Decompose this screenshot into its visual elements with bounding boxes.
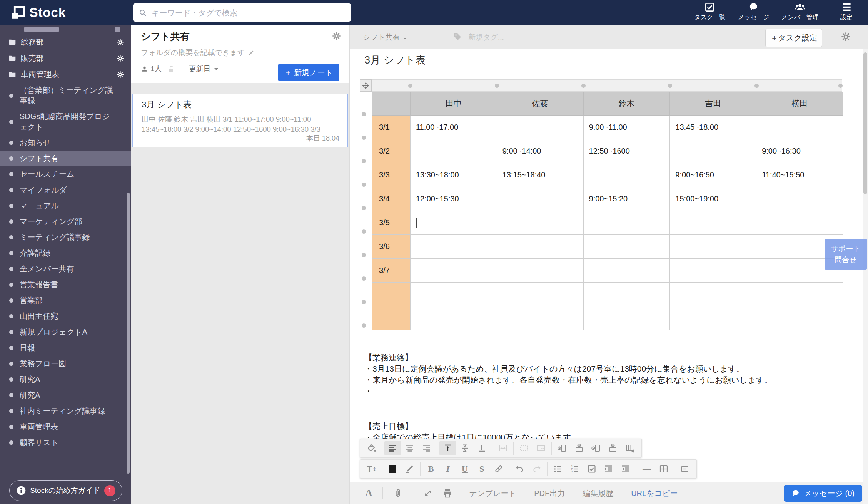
- indent-button[interactable]: [600, 462, 617, 476]
- shift-cell[interactable]: 9:00~15:20: [583, 187, 670, 211]
- sidebar-item-note[interactable]: 日報: [0, 340, 131, 356]
- shift-cell[interactable]: [497, 306, 583, 330]
- folder-gear-icon[interactable]: [117, 39, 124, 46]
- delete-row-button[interactable]: [604, 441, 621, 455]
- row-resize-handle[interactable]: [362, 159, 366, 163]
- shift-cell[interactable]: 13:45~18:00: [670, 116, 756, 139]
- sidebar-item-note[interactable]: 社内ミーティング議事録: [0, 403, 131, 419]
- nav-member-management[interactable]: メンバー管理: [781, 2, 819, 22]
- shift-cell[interactable]: [583, 163, 670, 187]
- shift-cell[interactable]: [410, 306, 497, 330]
- shift-cell[interactable]: [756, 211, 843, 235]
- sidebar-item-note[interactable]: 顧客リスト: [0, 435, 131, 450]
- shift-cell[interactable]: [583, 283, 670, 306]
- ordered-list-button[interactable]: [566, 462, 583, 476]
- shift-date-cell[interactable]: 3/7: [372, 259, 411, 283]
- sidebar-item-partial[interactable]: [0, 25, 131, 34]
- getting-started-guide-button[interactable]: Stockの始め方ガイド 1: [9, 480, 122, 501]
- text-size-button[interactable]: T↕: [363, 462, 380, 476]
- shift-cell[interactable]: [497, 259, 583, 283]
- checkbox-button[interactable]: [583, 462, 600, 476]
- row-resize-handle[interactable]: [362, 229, 366, 234]
- link-button[interactable]: [490, 462, 507, 476]
- shift-cell[interactable]: [583, 211, 670, 235]
- shift-cell[interactable]: 13:30~18:00: [410, 163, 497, 187]
- shift-col-header[interactable]: 吉田: [670, 92, 756, 116]
- sidebar-folder-soumubu[interactable]: 総務部: [0, 34, 131, 50]
- pdf-export-link[interactable]: PDF出力: [534, 488, 565, 499]
- shift-cell[interactable]: [497, 235, 583, 259]
- shift-cell[interactable]: [670, 306, 756, 330]
- shift-cell[interactable]: 9:00~16:30: [756, 139, 843, 163]
- sidebar-item-note[interactable]: 介護記録: [0, 245, 131, 261]
- row-resize-handle[interactable]: [362, 136, 366, 140]
- strikethrough-button[interactable]: S: [473, 462, 490, 476]
- column-resize-handle[interactable]: [495, 84, 499, 88]
- template-link[interactable]: テンプレート: [469, 488, 516, 499]
- breadcrumb-folder-selector[interactable]: シフト共有: [363, 32, 406, 42]
- folder-gear-icon[interactable]: [117, 71, 124, 78]
- sidebar-folder-hanbaibu[interactable]: 販売部: [0, 50, 131, 66]
- shift-cell[interactable]: [756, 187, 843, 211]
- row-resize-handle[interactable]: [362, 253, 366, 257]
- valign-bottom-button[interactable]: [473, 441, 490, 455]
- valign-middle-button[interactable]: [456, 441, 473, 455]
- table-move-handle[interactable]: [360, 79, 372, 92]
- underline-button[interactable]: U: [456, 462, 473, 476]
- sidebar-item-note[interactable]: SDGs配慮商品開発プロジェクト: [0, 109, 131, 135]
- align-right-button[interactable]: [418, 441, 435, 455]
- shift-date-cell[interactable]: [372, 283, 411, 306]
- shift-col-header[interactable]: 横田: [756, 92, 843, 116]
- shift-date-cell[interactable]: 3/4: [372, 187, 411, 211]
- shift-cell[interactable]: [670, 235, 756, 259]
- folder-description[interactable]: フォルダの概要を記載できます: [141, 48, 254, 58]
- shift-date-cell[interactable]: 3/1: [372, 116, 411, 139]
- fullscreen-button[interactable]: [423, 489, 432, 498]
- column-resize-handle[interactable]: [668, 84, 672, 88]
- row-resize-handle[interactable]: [362, 300, 366, 304]
- shift-cell[interactable]: [410, 211, 497, 235]
- main-scrollbar[interactable]: [863, 49, 868, 504]
- shift-col-header[interactable]: 田中: [410, 92, 497, 116]
- shift-cell[interactable]: [670, 139, 756, 163]
- support-contact-button[interactable]: サポート 問合せ: [825, 239, 867, 270]
- sidebar-scrollbar[interactable]: [127, 193, 130, 474]
- message-button[interactable]: メッセージ (0): [784, 485, 862, 502]
- sidebar-item-note[interactable]: 研究A: [0, 372, 131, 387]
- shift-cell[interactable]: [670, 259, 756, 283]
- edit-history-link[interactable]: 編集履歴: [583, 488, 613, 499]
- copy-url-link[interactable]: URLをコピー: [631, 488, 678, 499]
- shift-cell[interactable]: [756, 306, 843, 330]
- valign-top-button[interactable]: [439, 441, 456, 455]
- shift-cell[interactable]: [410, 235, 497, 259]
- undo-button[interactable]: [511, 462, 528, 476]
- sidebar-item-note[interactable]: マニュアル: [0, 198, 131, 214]
- note-body-text[interactable]: 【業務連絡】・3月13日に定例会議があるため、社員及びバイトの方々は207号室に…: [364, 352, 841, 443]
- shift-cell[interactable]: [410, 139, 497, 163]
- sidebar-item-note[interactable]: 営業報告書: [0, 277, 131, 293]
- bullet-list-button[interactable]: [549, 462, 566, 476]
- shift-cell[interactable]: [583, 235, 670, 259]
- note-title[interactable]: 3月 シフト表: [364, 53, 426, 67]
- box-remove-button[interactable]: [676, 462, 693, 476]
- shift-cell[interactable]: 9:00~14:00: [497, 139, 583, 163]
- shift-date-cell[interactable]: 3/6: [372, 235, 411, 259]
- color-swatch-button[interactable]: [384, 462, 401, 476]
- row-resize-handle[interactable]: [362, 183, 366, 187]
- sidebar-item-note[interactable]: マイフォルダ: [0, 182, 131, 198]
- sidebar-item-note[interactable]: セールスチーム: [0, 166, 131, 182]
- new-note-button[interactable]: ＋ 新規ノート: [278, 64, 339, 81]
- shift-cell[interactable]: 12:50~1600: [583, 139, 670, 163]
- shift-cell[interactable]: [670, 211, 756, 235]
- shift-cell[interactable]: [583, 259, 670, 283]
- note-list-item-selected[interactable]: 3月 シフト表 田中 佐藤 鈴木 吉田 横田 3/1 11:00~17:00 9…: [132, 94, 348, 147]
- shift-date-cell[interactable]: [372, 306, 411, 330]
- shift-cell[interactable]: [497, 116, 583, 139]
- shift-cell[interactable]: [410, 259, 497, 283]
- shift-cell[interactable]: [497, 283, 583, 306]
- delete-table-button[interactable]: [621, 441, 638, 455]
- insert-row-button[interactable]: [571, 441, 588, 455]
- sidebar-item-note[interactable]: 営業部: [0, 293, 131, 308]
- row-resize-handle[interactable]: [362, 323, 366, 328]
- sidebar-item-note[interactable]: シフト共有: [0, 151, 131, 166]
